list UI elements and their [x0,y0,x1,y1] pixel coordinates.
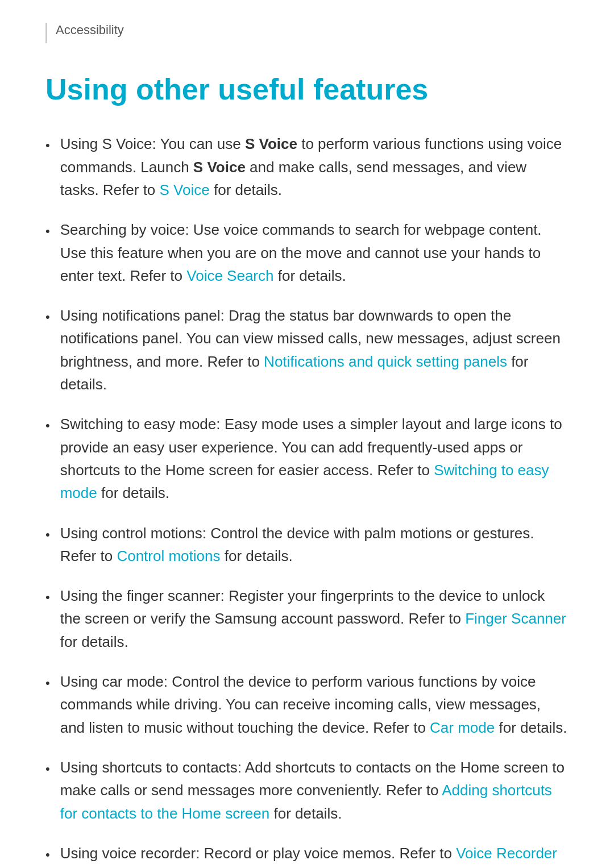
list-item: •Using car mode: Control the device to p… [45,670,569,739]
bullet-icon: • [45,308,50,327]
link-text[interactable]: Control motions [117,547,220,564]
list-item: •Using voice recorder: Record or play vo… [45,842,569,868]
bullet-icon: • [45,674,50,693]
breadcrumb-label: Accessibility [56,23,124,38]
bullet-icon: • [45,416,50,435]
item-text: Searching by voice: Use voice commands t… [60,218,569,287]
list-item: •Using notifications panel: Drag the sta… [45,304,569,396]
item-text: Using shortcuts to contacts: Add shortcu… [60,756,569,825]
item-text: Using car mode: Control the device to pe… [60,670,569,739]
bold-text: S Voice [245,135,297,152]
breadcrumb: Accessibility [45,23,569,43]
item-text: Using the finger scanner: Register your … [60,584,569,653]
list-item: •Using the finger scanner: Register your… [45,584,569,653]
link-text[interactable]: Voice Recorder [456,845,557,862]
item-text: Using notifications panel: Drag the stat… [60,304,569,396]
link-text[interactable]: Voice Search [186,267,273,284]
bold-text: S Voice [193,159,246,176]
item-text: Using S Voice: You can use S Voice to pe… [60,132,569,201]
link-text[interactable]: Car mode [430,719,495,736]
page-title: Using other useful features [45,72,569,107]
list-item: •Switching to easy mode: Easy mode uses … [45,413,569,504]
item-text: Using control motions: Control the devic… [60,522,569,568]
list-item: •Using shortcuts to contacts: Add shortc… [45,756,569,825]
bullet-icon: • [45,588,50,607]
link-text[interactable]: Adding shortcuts for contacts to the Hom… [60,782,552,821]
page-container: Accessibility Using other useful feature… [0,0,614,868]
list-item: •Using control motions: Control the devi… [45,522,569,568]
link-text[interactable]: Switching to easy mode [60,462,549,501]
item-text: Using voice recorder: Record or play voi… [60,842,569,868]
bullet-icon: • [45,136,50,155]
link-text[interactable]: Finger Scanner [465,610,566,627]
bullet-icon: • [45,845,50,865]
bullet-icon: • [45,222,50,241]
content-list: •Using S Voice: You can use S Voice to p… [45,132,569,868]
item-text: Switching to easy mode: Easy mode uses a… [60,413,569,504]
link-text[interactable]: Notifications and quick setting panels [264,353,507,370]
list-item: •Searching by voice: Use voice commands … [45,218,569,287]
bullet-icon: • [45,525,50,545]
list-item: •Using S Voice: You can use S Voice to p… [45,132,569,201]
link-text[interactable]: S Voice [160,181,210,198]
bullet-icon: • [45,759,50,779]
